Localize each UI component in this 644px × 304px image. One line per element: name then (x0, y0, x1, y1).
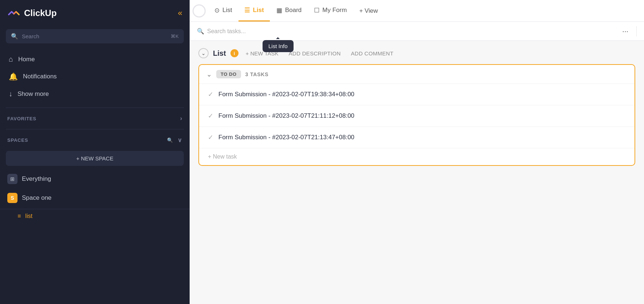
sidebar-item-everything[interactable]: ⊞ Everything (0, 169, 190, 188)
search-tasks-placeholder: Search tasks... (207, 28, 246, 35)
sidebar-item-space-one[interactable]: S Space one (0, 188, 190, 207)
toolbar-more-button[interactable]: ··· (618, 26, 632, 37)
sidebar-header: ClickUp « (0, 0, 190, 26)
tab-list-icon-label: List (222, 7, 232, 14)
toolbar: 🔍 Search tasks... ··· List Info (190, 22, 644, 41)
tab-bar: ⊙ List ☰ List ▦ Board ☐ My Form + View (190, 0, 644, 22)
status-badge: TO DO (216, 70, 241, 78)
list-info-icon[interactable]: i (230, 49, 238, 57)
home-icon: ⌂ (9, 55, 13, 63)
sidebar-search-bar[interactable]: 🔍 Search ⌘K (6, 29, 184, 43)
logo: ClickUp (7, 7, 57, 20)
tab-board[interactable]: ▦ Board (271, 0, 307, 22)
list-lines-icon: ☰ (244, 7, 250, 14)
new-task-row[interactable]: + New task (199, 148, 635, 165)
spaces-controls: 🔍 ∨ (167, 137, 182, 144)
task-check-icon: ✓ (208, 133, 213, 141)
tooltip-wrapper: List Info (263, 40, 294, 52)
spaces-collapse-icon[interactable]: ∨ (178, 137, 182, 144)
bell-icon: 🔔 (9, 72, 18, 81)
sidebar-item-everything-label: Everything (22, 175, 51, 183)
favorites-divider (6, 129, 184, 129)
search-tasks-icon: 🔍 (197, 28, 204, 35)
favorites-section-header[interactable]: FAVORITES › (0, 112, 190, 125)
list-title: List (213, 49, 226, 58)
main-content: ⊙ List ☰ List ▦ Board ☐ My Form + View 🔍… (190, 0, 644, 304)
tooltip-text: List Info (268, 43, 288, 49)
search-shortcut: ⌘K (171, 34, 179, 39)
board-icon: ▦ (276, 7, 282, 14)
logo-text: ClickUp (24, 8, 57, 18)
tab-list-label: List (253, 7, 264, 14)
content-area: ⌄ List i + NEW TASK ADD DESCRIPTION ADD … (190, 41, 644, 304)
task-name: Form Submission - #2023-02-07T19:38:34+0… (218, 91, 354, 98)
list-item-icon: ≡ (18, 213, 21, 219)
toolbar-divider (636, 26, 637, 36)
task-section-header: ⌄ TO DO 3 TASKS (199, 65, 635, 84)
tab-my-form-label: My Form (322, 7, 347, 14)
tab-plus-view[interactable]: + View (353, 4, 384, 18)
spaces-section-header[interactable]: SPACES 🔍 ∨ (0, 133, 190, 147)
sidebar-item-notifications-label: Notifications (23, 73, 57, 80)
task-check-icon: ✓ (208, 90, 213, 98)
tab-list-icon[interactable]: ⊙ List (209, 0, 238, 22)
add-comment-button[interactable]: ADD COMMENT (348, 49, 396, 58)
spaces-search-icon[interactable]: 🔍 (167, 137, 173, 143)
space-one-icon: S (7, 193, 18, 203)
favorites-chevron-icon: › (180, 115, 182, 122)
sidebar-item-home-label: Home (18, 56, 35, 63)
task-check-icon: ✓ (208, 112, 213, 120)
sidebar-item-show-more-label: Show more (18, 90, 49, 98)
sidebar-item-notifications[interactable]: 🔔 Notifications (3, 68, 187, 85)
tab-loader-icon (193, 4, 206, 17)
list-item-label: list (25, 213, 32, 219)
task-row[interactable]: ✓ Form Submission - #2023-02-07T19:38:34… (199, 84, 635, 105)
list-collapse-button[interactable]: ⌄ (198, 48, 209, 58)
new-space-button[interactable]: + NEW SPACE (6, 151, 184, 166)
list-info-tooltip: List Info (263, 40, 294, 52)
sidebar-item-list[interactable]: ≡ list (0, 209, 190, 223)
favorites-label: FAVORITES (7, 116, 36, 121)
new-task-label: + New task (208, 153, 237, 160)
task-name: Form Submission - #2023-02-07T21:11:12+0… (218, 112, 354, 120)
nav-items: ⌂ Home 🔔 Notifications ↓ Show more (0, 49, 190, 104)
everything-icon: ⊞ (7, 174, 18, 184)
sidebar-collapse-button[interactable]: « (178, 8, 182, 18)
task-row[interactable]: ✓ Form Submission - #2023-02-07T21:11:12… (199, 105, 635, 127)
search-icon: 🔍 (11, 33, 18, 40)
task-section: ⌄ TO DO 3 TASKS ✓ Form Submission - #202… (198, 64, 635, 166)
tab-plus-view-label: + View (359, 7, 378, 15)
tab-list[interactable]: ☰ List (238, 0, 269, 22)
add-description-button[interactable]: ADD DESCRIPTION (286, 49, 344, 58)
arrow-down-icon: ↓ (9, 90, 12, 98)
sidebar-item-home[interactable]: ⌂ Home (3, 51, 187, 68)
task-name: Form Submission - #2023-02-07T21:13:47+0… (218, 134, 354, 141)
section-collapse-button[interactable]: ⌄ (206, 70, 212, 78)
nav-divider (6, 108, 184, 108)
list-circle-icon: ⊙ (214, 7, 220, 14)
sidebar: ClickUp « 🔍 Search ⌘K ⌂ Home 🔔 Notificat… (0, 0, 190, 304)
search-placeholder: Search (22, 33, 167, 39)
spaces-label: SPACES (7, 137, 28, 143)
form-icon: ☐ (314, 7, 319, 14)
task-count: 3 TASKS (245, 71, 269, 77)
tab-my-form[interactable]: ☐ My Form (308, 0, 353, 22)
clickup-logo-icon (7, 7, 20, 20)
sidebar-item-show-more[interactable]: ↓ Show more (3, 85, 187, 102)
sidebar-item-space-one-label: Space one (22, 194, 51, 202)
search-tasks-bar[interactable]: 🔍 Search tasks... (197, 28, 614, 35)
tab-board-label: Board (285, 7, 302, 14)
task-row[interactable]: ✓ Form Submission - #2023-02-07T21:13:47… (199, 127, 635, 148)
